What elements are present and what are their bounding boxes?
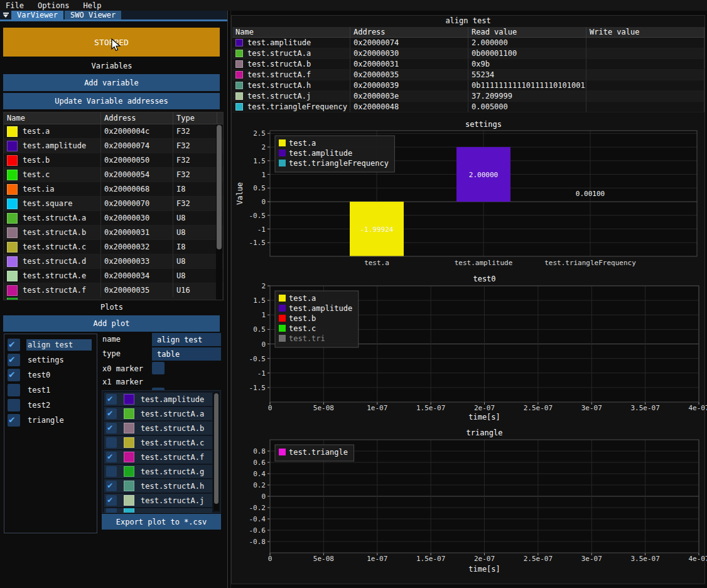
plot-visible-checkbox[interactable]	[8, 414, 20, 427]
series-color-swatch[interactable]	[124, 437, 134, 448]
table-row[interactable]: test.structA.c0x20000032I8	[4, 240, 223, 254]
export-csv-button[interactable]: Export plot to *.csv	[102, 514, 221, 530]
table-row[interactable]: test.structA.b0x20000031U8	[4, 226, 223, 240]
legend-swatch[interactable]	[279, 449, 286, 455]
series-color-swatch[interactable]	[124, 423, 134, 433]
legend-label[interactable]: test.c	[289, 324, 316, 333]
legend-label[interactable]: test.triangleFrequency	[289, 159, 389, 168]
write-value[interactable]	[586, 70, 704, 80]
table-row[interactable]: test.structA.d0x20000033U8	[4, 254, 223, 269]
legend-label[interactable]: test.amplitude	[289, 304, 352, 313]
plot-list-item-label[interactable]: settings	[26, 354, 68, 366]
legend-swatch[interactable]	[279, 315, 286, 322]
variable-color-swatch[interactable]	[7, 271, 18, 281]
table-row[interactable]: test.structA.a0x200000300b00001100	[232, 48, 704, 59]
table-row[interactable]: test.structA.j0x2000003e37.209999	[232, 91, 704, 102]
table-row[interactable]: test.structA.e0x20000034U8	[4, 269, 223, 283]
legend-label[interactable]: test.tri	[289, 334, 325, 343]
legend-label[interactable]: test.b	[289, 314, 316, 323]
column-header-name[interactable]: Name	[4, 112, 101, 124]
series-item-test-structa-f[interactable]: test.structA.f	[104, 450, 212, 464]
write-value[interactable]	[586, 91, 704, 101]
add-variable-button[interactable]: Add variable	[3, 74, 220, 91]
plot-visible-checkbox[interactable]	[8, 354, 20, 366]
plot-list-item-settings[interactable]: settings	[8, 353, 68, 367]
variable-color-swatch[interactable]	[7, 184, 18, 195]
variable-color-swatch[interactable]	[7, 285, 18, 296]
series-visible-checkbox[interactable]	[106, 408, 117, 419]
legend-swatch[interactable]	[279, 305, 286, 312]
table-row[interactable]: test.structA.f0x20000035U16	[4, 283, 223, 298]
plot-name-input[interactable]: align test	[152, 333, 221, 346]
series-item-test-structa-g[interactable]: test.structA.g	[104, 465, 212, 478]
write-value[interactable]	[586, 48, 704, 58]
plot-visible-checkbox[interactable]	[8, 384, 20, 396]
write-value[interactable]	[586, 38, 704, 48]
legend-swatch[interactable]	[279, 335, 286, 342]
table-row[interactable]: test.a0x2000004cF32	[4, 124, 223, 139]
menu-item-file[interactable]: File	[6, 1, 24, 10]
table-row[interactable]: test.amplitude0x20000074F32	[4, 139, 223, 153]
plot-visible-checkbox[interactable]	[8, 339, 20, 351]
tab-varviewer[interactable]: VarViewer	[11, 11, 63, 19]
add-plot-button[interactable]: Add plot	[3, 315, 220, 332]
table-row[interactable]: test.structA.a0x20000030U8	[4, 211, 223, 226]
plot-list-item-label[interactable]: triangle	[26, 415, 68, 426]
table-row[interactable]: test.triangleFrequency0x200000480.005000	[232, 102, 704, 112]
variable-color-swatch[interactable]	[7, 126, 18, 137]
legend-label[interactable]: test.amplitude	[289, 149, 352, 158]
series-visible-checkbox[interactable]	[106, 423, 117, 433]
plot-list-item-align-test[interactable]: align test	[8, 338, 92, 352]
menu-item-options[interactable]: Options	[38, 1, 70, 10]
column-header-address[interactable]: Address	[350, 27, 468, 37]
plot-list-item-triangle[interactable]: triangle	[8, 413, 68, 427]
variable-color-swatch[interactable]	[7, 199, 18, 209]
legend-swatch[interactable]	[279, 160, 286, 166]
column-header-name[interactable]: Name	[232, 27, 350, 37]
write-value[interactable]	[586, 102, 704, 112]
tab-list-button[interactable]	[0, 11, 11, 19]
plot-type-input[interactable]: table	[152, 347, 221, 361]
series-item-test-structa-h[interactable]: test.structA.h	[104, 479, 212, 493]
plot-visible-checkbox[interactable]	[8, 399, 20, 411]
series-visible-checkbox[interactable]	[106, 452, 117, 462]
series-item-test-structa-c[interactable]: test.structA.c	[104, 436, 212, 449]
variable-color-swatch[interactable]	[7, 213, 18, 224]
table-row[interactable]: test.c0x20000054F32	[4, 168, 223, 182]
write-value[interactable]	[586, 80, 704, 90]
series-color-swatch[interactable]	[124, 394, 134, 405]
series-visible-checkbox[interactable]	[106, 394, 117, 405]
plot-list-item-test1[interactable]: test1	[8, 383, 54, 397]
series-visible-checkbox[interactable]	[106, 466, 117, 477]
series-visible-checkbox[interactable]	[106, 495, 117, 506]
series-color-swatch[interactable]	[124, 495, 134, 506]
variable-color-swatch[interactable]	[7, 242, 18, 253]
legend-label[interactable]: test.a	[289, 139, 316, 148]
series-visible-checkbox[interactable]	[106, 437, 117, 448]
table-row[interactable]: test.square0x20000070F32	[4, 197, 223, 211]
variable-color-swatch[interactable]	[7, 170, 18, 180]
series-visible-checkbox[interactable]	[106, 481, 117, 491]
column-header-write-value[interactable]: Write value	[586, 27, 704, 37]
legend-swatch[interactable]	[279, 139, 286, 146]
series-color-swatch[interactable]	[124, 466, 134, 477]
series-item-test-structa-a[interactable]: test.structA.a	[104, 407, 212, 420]
plot-list-item-test0[interactable]: test0	[8, 368, 54, 382]
series-list-scrollbar[interactable]	[213, 393, 219, 511]
plot-list-item-test2[interactable]: test2	[8, 398, 54, 412]
scrollbar-thumb[interactable]	[217, 125, 222, 249]
menu-item-help[interactable]: Help	[83, 1, 101, 10]
legend-label[interactable]: test.triangle	[289, 448, 348, 457]
table-row[interactable]: test.b0x20000050F32	[4, 153, 223, 168]
variable-color-swatch[interactable]	[7, 227, 18, 238]
plot-list-item-label[interactable]: test0	[26, 369, 54, 381]
variables-table-scrollbar[interactable]	[216, 124, 222, 300]
series-item-test-structa-b[interactable]: test.structA.b	[104, 422, 212, 435]
series-color-swatch[interactable]	[124, 452, 134, 462]
variable-color-swatch[interactable]	[7, 155, 18, 166]
table-row[interactable]: test.structA.b0x200000310x9b	[232, 59, 704, 70]
series-color-swatch[interactable]	[124, 408, 134, 419]
legend-label[interactable]: test.a	[289, 294, 316, 303]
variable-color-swatch[interactable]	[7, 256, 18, 267]
series-item-test-amplitude[interactable]: test.amplitude	[104, 393, 212, 406]
